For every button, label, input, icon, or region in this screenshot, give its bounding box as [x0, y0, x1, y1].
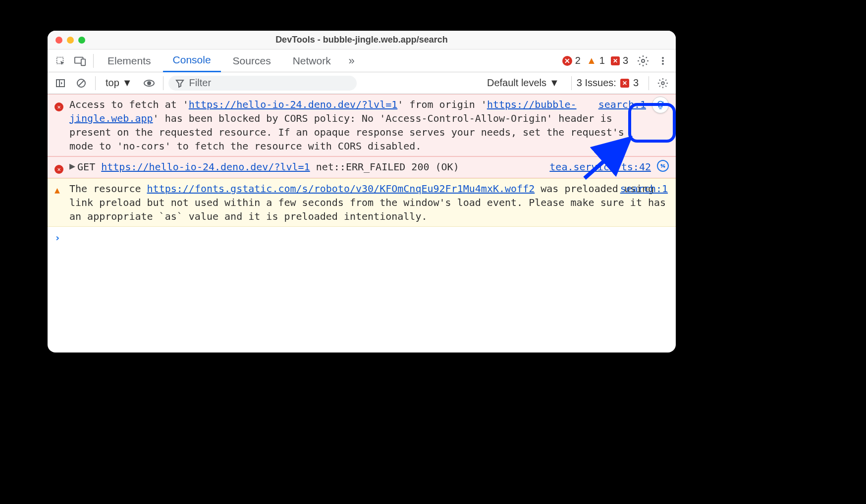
clear-console-icon[interactable]	[72, 74, 90, 92]
svg-rect-7	[56, 80, 64, 87]
context-label: top	[106, 77, 119, 89]
issues-label: 3 Issues:	[577, 77, 616, 89]
devtools-window: DevTools - bubble-jingle.web.app/search …	[48, 31, 676, 353]
window-title: DevTools - bubble-jingle.web.app/search	[48, 35, 676, 45]
console-settings-icon[interactable]	[654, 74, 672, 92]
kebab-menu-icon[interactable]	[654, 52, 672, 70]
tab-sources[interactable]: Sources	[223, 50, 281, 72]
error-icon: ✕	[54, 98, 64, 153]
tab-network[interactable]: Network	[283, 50, 341, 72]
dropdown-icon: ▼	[549, 77, 559, 89]
error-icon: ✕	[54, 160, 64, 175]
warnings-badge[interactable]: ▲ 1	[587, 55, 605, 66]
errors-count: 2	[575, 55, 581, 66]
filter-input[interactable]: Filter	[168, 76, 357, 91]
messages-count: 3	[623, 55, 628, 66]
console-message-error[interactable]: ✕ Access to fetch at 'https://hello-io-2…	[48, 94, 676, 156]
source-link[interactable]: search:1	[620, 182, 668, 196]
device-toolbar-icon[interactable]	[71, 52, 89, 70]
issues-count: 3	[633, 77, 639, 89]
minimize-window-button[interactable]	[67, 37, 74, 44]
warnings-count: 1	[599, 55, 605, 66]
warning-icon: ▲	[54, 182, 64, 223]
svg-point-13	[661, 82, 664, 85]
live-expression-icon[interactable]	[140, 74, 158, 92]
request-url-link[interactable]: https://hello-io-24.deno.dev/?lvl=1	[101, 161, 310, 173]
execution-context-selector[interactable]: top ▼	[101, 75, 137, 91]
prompt-chevron-icon: ›	[54, 232, 60, 244]
console-message-warning[interactable]: ▲ The resource https://fonts.gstatic.com…	[48, 178, 676, 227]
log-levels-selector[interactable]: Default levels ▼	[487, 77, 559, 89]
close-window-button[interactable]	[55, 37, 62, 44]
svg-line-10	[79, 81, 84, 86]
filter-icon	[175, 79, 184, 88]
warning-icon: ▲	[587, 55, 596, 66]
svg-point-5	[662, 60, 664, 62]
toolbar-divider	[95, 76, 96, 90]
svg-point-3	[642, 59, 645, 62]
toolbar-divider	[649, 76, 649, 90]
zoom-window-button[interactable]	[78, 37, 85, 44]
svg-rect-2	[81, 59, 85, 65]
more-tabs-icon[interactable]: »	[343, 52, 361, 70]
source-link[interactable]: tea.service.ts:42	[549, 160, 651, 174]
tab-console[interactable]: Console	[163, 50, 221, 72]
console-toolbar: top ▼ Filter Default levels ▼ 3 Issues: …	[48, 72, 676, 94]
expand-icon[interactable]: ▶	[69, 159, 75, 173]
issue-icon: ✕	[620, 79, 629, 88]
issues-button[interactable]: 3 Issues: ✕ 3	[577, 77, 639, 89]
source-link[interactable]: search:1	[598, 98, 646, 111]
console-messages: ✕ Access to fetch at 'https://hello-io-2…	[48, 94, 676, 353]
levels-label: Default levels	[487, 77, 546, 89]
console-message-error[interactable]: ✕ ▶GET https://hello-io-24.deno.dev/?lvl…	[48, 156, 676, 178]
main-toolbar: Elements Console Sources Network » ✕ 2 ▲…	[48, 50, 676, 72]
toolbar-divider	[163, 76, 163, 90]
messages-badge[interactable]: ✕ 3	[611, 55, 628, 66]
filter-placeholder: Filter	[189, 77, 211, 89]
status-badges: ✕ 2 ▲ 1 ✕ 3	[562, 55, 628, 66]
message-icon: ✕	[611, 56, 620, 65]
toggle-sidebar-icon[interactable]	[52, 74, 69, 92]
errors-badge[interactable]: ✕ 2	[562, 55, 581, 66]
tab-elements[interactable]: Elements	[98, 50, 161, 72]
dropdown-icon: ▼	[122, 77, 132, 89]
svg-point-4	[662, 57, 664, 59]
resource-url-link[interactable]: https://fonts.gstatic.com/s/roboto/v30/K…	[147, 183, 535, 195]
titlebar: DevTools - bubble-jingle.web.app/search	[48, 31, 676, 50]
error-icon: ✕	[562, 56, 572, 66]
svg-point-6	[662, 63, 664, 65]
inspect-element-icon[interactable]	[52, 52, 69, 70]
cors-url-link[interactable]: https://hello-io-24.deno.dev/?lvl=1	[189, 99, 397, 110]
console-prompt[interactable]: ›	[48, 227, 676, 249]
message-text: The resource https://fonts.gstatic.com/s…	[69, 182, 669, 223]
window-controls	[55, 37, 85, 44]
replay-xhr-icon[interactable]	[657, 160, 669, 172]
ai-insight-button[interactable]	[652, 97, 669, 113]
settings-icon[interactable]	[634, 52, 652, 70]
svg-point-12	[148, 82, 151, 85]
toolbar-divider	[93, 54, 94, 68]
message-text: Access to fetch at 'https://hello-io-24.…	[69, 98, 631, 153]
toolbar-divider	[571, 76, 572, 90]
